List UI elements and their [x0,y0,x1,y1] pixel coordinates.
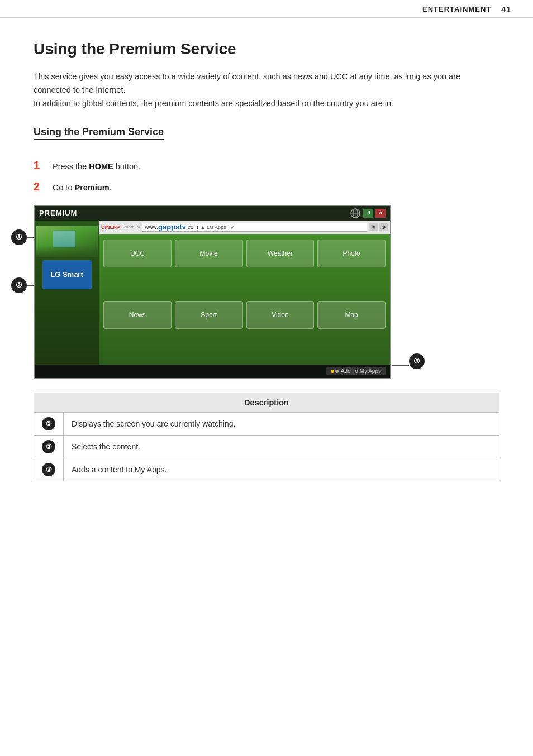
header-right: ENTERTAINMENT 41 [422,4,511,14]
premium-screen-label: PREMIUM [39,209,77,217]
premium-left-sidebar: LG Smart [35,221,99,365]
dot-yellow [331,370,334,373]
page-number: 41 [501,4,511,14]
table-cell-desc-1: Displays the screen you are currently wa… [64,412,499,435]
close-button[interactable]: ✕ [375,209,386,218]
url-extra: ▲ LG Apps TV [201,224,234,230]
premium-middle-area: CINERA Smart TV www. gappstv .com ▲ LG A… [99,221,390,365]
table-header: Description [34,393,499,412]
add-my-apps-button[interactable]: Add To My Apps [326,367,386,375]
table-cell-callout-1: ① [34,412,64,435]
callout-1: ① [11,229,27,245]
step-1-text: Press the HOME button. [53,161,140,173]
callout-2: ② [11,277,27,293]
app-btn-sport[interactable]: Sport [175,301,243,329]
callout-3-line [392,365,409,366]
app-grid: UCC Movie Weather Photo News Sport Video… [99,234,390,365]
intro-para2: In addition to global contents, the prem… [34,97,499,111]
table-callout-1: ① [42,417,55,430]
app-btn-map[interactable]: Map [317,301,386,329]
header-bar: ENTERTAINMENT 41 [0,0,533,18]
sub-section-header: Using the Premium Service [34,126,499,149]
browser-icon-1[interactable]: ⊞ [369,223,378,231]
table-callout-2: ② [42,440,55,453]
top-bar-icons: ↺ ✕ [350,208,386,219]
table-cell-desc-2: Selects the content. [64,435,499,458]
thumbnail-image [36,226,98,257]
step-2-number: 2 [34,178,49,195]
step-1: 1 Press the HOME button. [34,157,499,174]
table-cell-callout-3: ③ [34,458,64,481]
screenshot-container: ① ② ③ PREMIUM [34,205,402,379]
premium-top-bar: PREMIUM ↺ ✕ [35,206,390,221]
add-my-apps-label: Add To My Apps [341,368,381,374]
browser-bar: CINERA Smart TV www. gappstv .com ▲ LG A… [99,221,390,234]
lg-smart-label: LG Smart [50,270,83,279]
btn-dots [331,370,339,373]
cinera-logo: CINERA Smart TV [101,224,140,230]
intro-para1: This service gives you easy access to a … [34,70,499,97]
browser-bar-icons: ⊞ ◑ [369,223,388,231]
url-prefix: www. [145,224,158,230]
main-content: Using the Premium Service This service g… [0,18,533,504]
table-row: ① Displays the screen you are currently … [34,412,499,435]
app-btn-weather[interactable]: Weather [246,240,315,267]
sub-section-title: Using the Premium Service [34,126,164,140]
callout-3: ③ [409,353,425,369]
app-btn-ucc[interactable]: UCC [103,240,172,267]
section-label: ENTERTAINMENT [422,5,491,13]
url-suffix: .com [186,224,198,230]
globe-icon [350,208,361,219]
intro-text: This service gives you easy access to a … [34,70,499,111]
browser-url-bar[interactable]: www. gappstv .com ▲ LG Apps TV [142,223,367,232]
premium-screen: PREMIUM ↺ ✕ [34,205,391,379]
app-btn-movie[interactable]: Movie [175,240,243,267]
table-row: ③ Adds a content to My Apps. [34,458,499,481]
table-cell-desc-3: Adds a content to My Apps. [64,458,499,481]
table-row: ② Selects the content. [34,435,499,458]
step-1-number: 1 [34,157,49,174]
premium-bottom-bar: Add To My Apps [35,365,390,378]
step-2: 2 Go to Premium. [34,178,499,195]
lg-smart-button[interactable]: LG Smart [42,260,92,289]
step-2-text: Go to Premium. [53,182,112,194]
browser-icon-2[interactable]: ◑ [379,223,388,231]
main-title: Using the Premium Service [34,40,499,58]
table-callout-3: ③ [42,463,55,476]
url-main: gappstv [158,223,186,231]
refresh-button[interactable]: ↺ [363,209,373,218]
app-btn-video[interactable]: Video [246,301,315,329]
premium-content-area: LG Smart CINERA Smart TV www. gappstv [35,221,390,365]
app-btn-news[interactable]: News [103,301,172,329]
app-btn-photo[interactable]: Photo [317,240,386,267]
description-table: Description ① Displays the screen you ar… [34,393,499,481]
steps-list: 1 Press the HOME button. 2 Go to Premium… [34,157,499,195]
table-cell-callout-2: ② [34,435,64,458]
dot-gray [335,370,339,373]
